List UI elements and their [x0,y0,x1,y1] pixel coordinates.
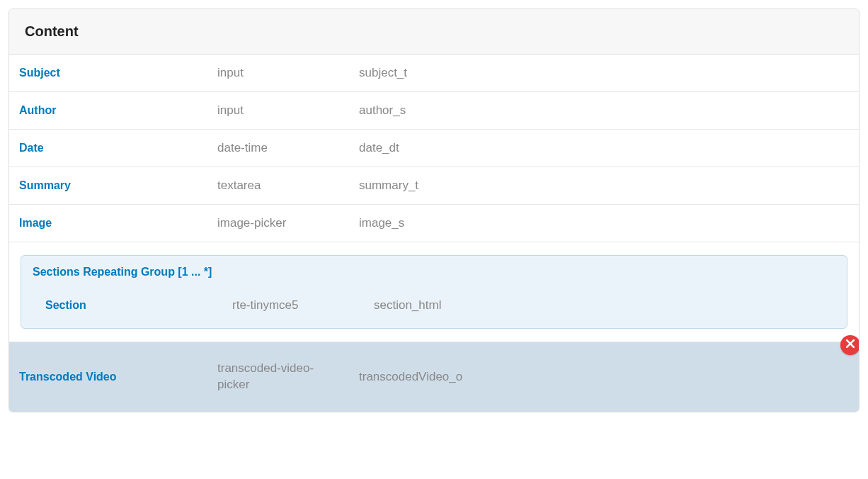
field-row-author[interactable]: Author input author_s [9,92,859,130]
field-type: input [217,66,359,80]
field-row-transcoded-video[interactable]: Transcoded Video transcoded-video-picker… [9,342,859,412]
field-name: author_s [359,103,859,118]
field-name: transcodedVideo_o [359,370,859,384]
field-type: transcoded-video-picker [217,361,345,393]
content-panel: Content Subject input subject_t Author i… [8,9,860,412]
field-label: Date [19,142,217,154]
field-type: image-picker [217,216,359,230]
field-label: Image [19,217,217,230]
field-label: Author [19,104,217,117]
delete-field-button[interactable] [840,335,860,355]
field-row-summary[interactable]: Summary textarea summary_t [9,167,859,205]
repeating-group-container: Sections Repeating Group [1 ... *] Secti… [9,242,859,342]
field-name: subject_t [359,66,859,80]
field-label: Section [45,299,232,312]
field-label: Subject [19,67,217,79]
field-row-image[interactable]: Image image-picker image_s [9,205,859,242]
field-name: date_dt [359,141,859,155]
repeating-group-box[interactable]: Sections Repeating Group [1 ... *] Secti… [21,255,847,329]
field-row-date[interactable]: Date date-time date_dt [9,130,859,167]
field-name: section_html [374,298,835,312]
field-name: summary_t [359,179,859,193]
field-name: image_s [359,216,859,230]
field-type: input [217,103,359,118]
field-label: Transcoded Video [19,371,217,383]
panel-header: Content [9,9,859,55]
field-type: textarea [217,179,359,193]
field-row-subject[interactable]: Subject input subject_t [9,55,859,92]
panel-title: Content [25,23,843,40]
repeating-group-title: Sections Repeating Group [1 ... *] [33,266,835,278]
field-type: rte-tinymce5 [232,298,374,312]
field-label: Summary [19,179,217,192]
close-icon [845,339,855,351]
field-type: date-time [217,141,359,155]
field-row-section[interactable]: Section rte-tinymce5 section_html [33,291,835,328]
